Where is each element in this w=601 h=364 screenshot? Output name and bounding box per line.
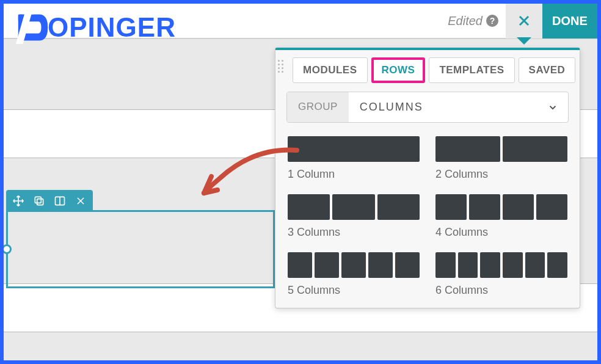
layout-option-3col[interactable]: 3 Columns (288, 194, 420, 239)
tab-templates[interactable]: TEMPLATES (429, 57, 514, 83)
edited-label: Edited (448, 14, 483, 28)
layout-preview (435, 136, 567, 162)
logo-text: OPINGER (48, 12, 176, 43)
logo-mark-icon (15, 10, 50, 45)
layout-label: 1 Column (288, 168, 420, 181)
help-icon[interactable]: ? (486, 15, 498, 27)
layout-preview (288, 194, 420, 220)
columns-icon[interactable] (54, 195, 66, 207)
tab-modules[interactable]: MODULES (293, 57, 368, 83)
layout-label: 5 Columns (288, 284, 420, 297)
layout-label: 3 Columns (288, 226, 420, 239)
layout-label: 2 Columns (435, 168, 567, 181)
copy-icon[interactable] (33, 195, 45, 207)
panel-tabs: MODULES ROWS TEMPLATES SAVED (293, 57, 571, 83)
row-resize-handle[interactable] (2, 244, 12, 254)
layout-preview (288, 252, 420, 278)
tab-rows[interactable]: ROWS (371, 57, 426, 83)
panel-drag-handle[interactable] (278, 60, 283, 73)
layout-option-2col[interactable]: 2 Columns (435, 136, 567, 181)
svg-rect-6 (35, 197, 41, 203)
close-icon (517, 13, 531, 28)
layout-label: 6 Columns (435, 284, 567, 297)
edited-status: Edited ? (448, 14, 498, 28)
brand-logo: OPINGER (15, 10, 176, 45)
svg-rect-5 (37, 199, 43, 205)
group-select-value: COLUMNS (349, 92, 537, 122)
row-layouts-grid: 1 Column2 Columns3 Columns4 Columns5 Col… (284, 136, 571, 297)
placed-row[interactable] (6, 210, 275, 288)
layout-option-1col[interactable]: 1 Column (288, 136, 420, 181)
layout-option-4col[interactable]: 4 Columns (435, 194, 567, 239)
row-toolbar (6, 190, 93, 212)
delete-icon[interactable] (75, 195, 87, 207)
content-panel[interactable]: MODULES ROWS TEMPLATES SAVED GROUP COLUM… (275, 48, 580, 308)
layout-preview (435, 194, 567, 220)
close-button[interactable] (506, 3, 542, 38)
group-select-label: GROUP (287, 92, 349, 122)
layout-option-6col[interactable]: 6 Columns (435, 252, 567, 297)
done-button[interactable]: DONE (542, 3, 597, 38)
layout-preview (435, 252, 567, 278)
tab-saved[interactable]: SAVED (519, 57, 576, 83)
move-icon[interactable] (12, 195, 24, 207)
layout-label: 4 Columns (435, 226, 567, 239)
chevron-down-icon (537, 92, 568, 122)
done-label: DONE (552, 14, 588, 28)
group-select[interactable]: GROUP COLUMNS (286, 92, 569, 123)
layout-preview (288, 136, 420, 162)
layout-option-5col[interactable]: 5 Columns (288, 252, 420, 297)
